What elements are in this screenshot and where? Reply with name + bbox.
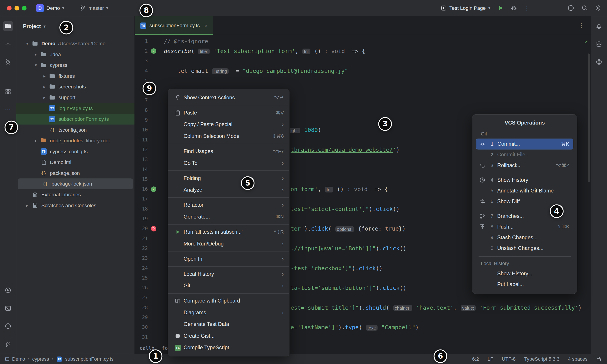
chevron-right-icon[interactable]: ▸ [41, 84, 48, 89]
tree-item-cypress-config-ts[interactable]: TScypress.config.ts [16, 146, 134, 157]
zoom-window-button[interactable] [22, 6, 27, 11]
tree-item-cypress[interactable]: ▾cypress [16, 60, 134, 70]
more-actions-button[interactable]: ⋮ [524, 5, 530, 12]
status-4-spaces[interactable]: 4 spaces [568, 356, 588, 362]
tree-item-tsconfig-json[interactable]: {}tsconfig.json [16, 125, 134, 135]
rerun-failed-test-icon[interactable]: ↻ [151, 226, 156, 231]
unlocked-icon[interactable] [596, 356, 601, 362]
menu-item-column-selection-mode[interactable]: Column Selection Mode⇧⌘8 [168, 130, 289, 142]
tree-item-external-libraries[interactable]: External Libraries [16, 189, 134, 200]
menu-item-generate[interactable]: Generate...⌘N [168, 211, 289, 222]
menu-item-find-usages[interactable]: Find Usages⌥F7 [168, 145, 289, 157]
status-breadcrumb-demo[interactable]: Demo [12, 356, 25, 362]
tree-item-loginpage-cy-ts[interactable]: TSlogInPage.cy.ts [16, 103, 134, 114]
editor-tab-subscriptionform[interactable]: TS subscriptionForm.cy.ts × [135, 16, 213, 35]
more-tool-icon[interactable]: ⋯ [3, 104, 13, 115]
project-panel-header[interactable]: Project ▾ [16, 16, 134, 37]
tree-item-package-lock-json[interactable]: {}package-lock.json [18, 178, 133, 189]
vcs-item-rollback[interactable]: 3Rollback...⌥⌘Z [476, 160, 573, 171]
tree-item-package-json[interactable]: {}package.json [16, 168, 134, 178]
code-text[interactable]: let email : string = "diego_campbell@fun… [159, 66, 591, 76]
status-typescript-5-3-3[interactable]: TypeScript 5.3.3 [524, 356, 560, 362]
menu-item-paste[interactable]: Paste⌘V [168, 107, 289, 118]
run-test-icon[interactable]: ✓ [151, 186, 156, 192]
vcs-item-show-history[interactable]: 4Show History [476, 175, 573, 185]
run-button[interactable] [497, 5, 504, 11]
status-lf[interactable]: LF [487, 356, 493, 362]
tree-item-subscriptionform-cy-ts[interactable]: TSsubscriptionForm.cy.ts [16, 114, 134, 125]
tree-item-screenshots[interactable]: ▸screenshots [16, 81, 134, 92]
code-text[interactable] [159, 56, 591, 66]
run-tool-icon[interactable] [3, 285, 13, 295]
editor-options-icon[interactable]: ⋮ [578, 22, 591, 29]
menu-item-go-to[interactable]: Go To› [168, 157, 289, 169]
status-6-2[interactable]: 6:2 [472, 356, 479, 362]
terminal-tool-icon[interactable] [3, 303, 13, 313]
breadcrumb-fragment[interactable]: fo [162, 345, 168, 351]
chevron-right-icon[interactable]: ▸ [32, 138, 40, 143]
tree-item-fixtures[interactable]: ▸fixtures [16, 71, 134, 81]
search-everywhere-icon[interactable] [581, 5, 588, 11]
code-text[interactable]: describe( title: 'Test subscription form… [159, 46, 591, 56]
close-tab-icon[interactable]: × [205, 23, 207, 29]
structure-tool-icon[interactable] [3, 86, 13, 96]
menu-item-generate-test-data[interactable]: Generate Test Data [168, 319, 289, 330]
menu-item-copy-paste-special[interactable]: Copy / Paste Special› [168, 119, 289, 130]
ai-services-icon[interactable] [567, 5, 574, 11]
close-window-button[interactable] [7, 6, 12, 11]
menu-item-run-all-tests-in-subscri[interactable]: Run 'all tests in subscri...'^⇧R [168, 226, 289, 238]
code-text[interactable] [159, 76, 591, 86]
chevron-right-icon[interactable]: ▸ [41, 74, 48, 79]
problems-tool-icon[interactable] [3, 321, 13, 331]
vcs-item-commit-file[interactable]: 2Commit File... [476, 149, 573, 160]
tree-item-scratches-and-consoles[interactable]: ▸Scratches and Consoles [16, 200, 134, 211]
minimize-window-button[interactable] [14, 6, 19, 11]
database-tool-icon[interactable] [594, 39, 604, 49]
tree-item-support[interactable]: ▸support [16, 92, 134, 103]
menu-item-analyze[interactable]: Analyze› [168, 184, 289, 195]
globe-tool-icon[interactable] [594, 57, 604, 67]
git-branch-tool-icon[interactable] [3, 339, 13, 349]
project-widget[interactable]: D Demo ▾ [33, 2, 67, 14]
chevron-down-icon[interactable]: ▾ [32, 63, 40, 68]
code-text[interactable]: // @ts-ignore [159, 36, 591, 46]
chevron-down-icon[interactable]: ▾ [23, 41, 31, 46]
vcs-item-stash-changes[interactable]: 9Stash Changes... [476, 232, 573, 243]
editor-scrollbar[interactable] [588, 53, 590, 182]
vcs-item-unstash-changes[interactable]: 0Unstash Changes... [476, 243, 573, 254]
chevron-right-icon[interactable]: ▸ [32, 52, 40, 57]
debug-button[interactable] [511, 5, 517, 11]
commit-tool-icon[interactable] [3, 39, 13, 49]
menu-item-refactor[interactable]: Refactor› [168, 199, 289, 211]
tree-item-demo-iml[interactable]: Demo.iml [16, 157, 134, 168]
pull-requests-tool-icon[interactable] [3, 57, 13, 67]
notifications-bell-tool-icon[interactable] [594, 21, 604, 31]
menu-item-compile-typescript[interactable]: TSCompile TypeScript [168, 342, 289, 353]
branch-widget[interactable]: master ▾ [77, 3, 111, 13]
menu-item-create-gist[interactable]: Create Gist... [168, 330, 289, 342]
run-configuration-selector[interactable]: Test Login Page ▾ [441, 5, 491, 11]
inspections-ok-icon[interactable]: ✓ [584, 39, 588, 45]
settings-gear-icon[interactable] [595, 5, 602, 11]
vcs-item-commit[interactable]: 1Commit...⌘K [476, 139, 573, 149]
menu-item-show-context-actions[interactable]: Show Context Actions⌥↵ [168, 92, 289, 103]
menu-item-compare-with-clipboard[interactable]: Compare with Clipboard [168, 295, 289, 307]
tree-item-node-modules[interactable]: ▸node_moduleslibrary root [16, 135, 134, 146]
vcs-item-push[interactable]: 8Push...⇧⌘K [476, 221, 573, 232]
vcs-item-put-label[interactable]: Put Label... [476, 279, 573, 290]
menu-item-local-history[interactable]: Local History› [168, 268, 289, 280]
chevron-right-icon[interactable]: ▸ [41, 95, 48, 100]
vcs-item-annotate-with-git-blame[interactable]: 5Annotate with Git Blame [476, 185, 573, 196]
chevron-right-icon[interactable]: ▸ [23, 203, 31, 208]
vcs-item-show-history[interactable]: Show History... [476, 268, 573, 279]
menu-item-git[interactable]: Git› [168, 280, 289, 292]
run-test-icon[interactable]: ✓ [151, 48, 156, 54]
menu-item-folding[interactable]: Folding› [168, 172, 289, 184]
status-utf-8[interactable]: UTF-8 [502, 356, 516, 362]
tree-item-idea[interactable]: ▸.idea [16, 49, 134, 60]
status-breadcrumb-cypress[interactable]: cypress [32, 356, 49, 362]
project-tool-icon[interactable] [3, 21, 13, 31]
menu-item-open-in[interactable]: Open In› [168, 253, 289, 265]
tree-item-demo[interactable]: ▾Demo/Users/Shared/Demo [16, 38, 134, 49]
status-breadcrumb-subscriptionform-cy-ts[interactable]: subscriptionForm.cy.ts [65, 356, 113, 362]
